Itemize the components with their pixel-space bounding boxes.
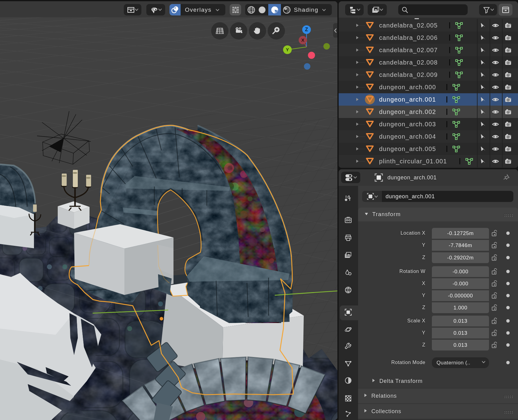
svg-text:X: X xyxy=(301,37,304,43)
svg-text:Z: Z xyxy=(305,27,308,32)
svg-text:Y: Y xyxy=(286,47,289,52)
